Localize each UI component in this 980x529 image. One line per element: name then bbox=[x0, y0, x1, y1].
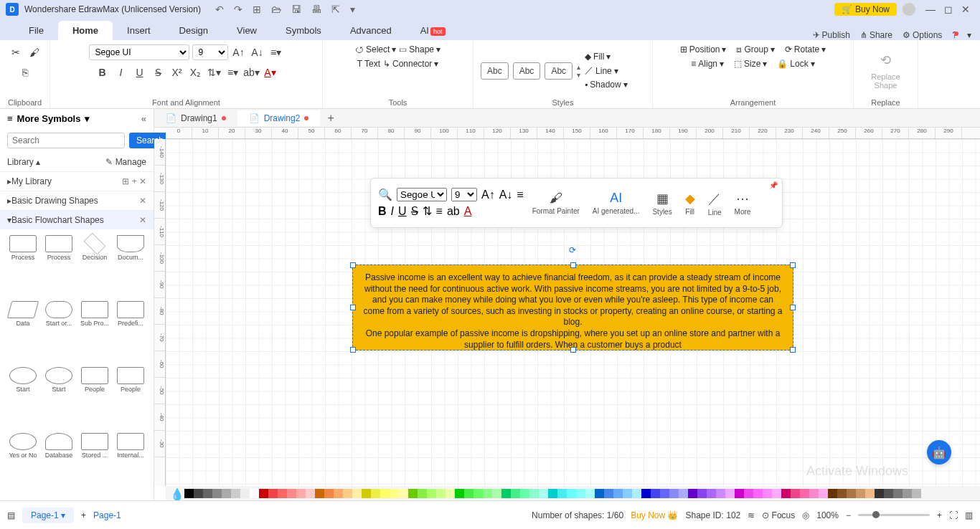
color-swatch[interactable] bbox=[324, 489, 334, 498]
position-button[interactable]: ⊞ Position▾ bbox=[680, 44, 727, 54]
italic-icon[interactable]: I bbox=[113, 65, 129, 80]
layers-icon[interactable]: ≋ bbox=[748, 510, 755, 520]
select-tool[interactable]: ⭯ Select ▾ bbox=[355, 44, 396, 54]
color-swatch[interactable] bbox=[194, 489, 203, 498]
replace-shape-icon[interactable]: ⟲ bbox=[880, 52, 891, 68]
line-button[interactable]: ／ Line ▾ bbox=[585, 65, 628, 77]
color-swatch[interactable] bbox=[231, 489, 240, 498]
float-styles[interactable]: ▦Styles bbox=[648, 191, 676, 216]
float-underline-icon[interactable]: U bbox=[398, 205, 407, 218]
library-dropdown[interactable]: Library ▴ bbox=[7, 157, 40, 167]
float-ai-generated[interactable]: AIAI generated... bbox=[588, 191, 644, 215]
publish-button[interactable]: ✈ Publish bbox=[813, 30, 850, 40]
color-swatch[interactable] bbox=[837, 489, 847, 498]
current-page-tab[interactable]: Page-1 bbox=[93, 510, 121, 520]
tab-insert[interactable]: Insert bbox=[113, 21, 165, 40]
color-swatch[interactable] bbox=[473, 489, 483, 498]
lib-add-icon[interactable]: ⊞ bbox=[122, 176, 129, 186]
fill-button[interactable]: ◆ Fill ▾ bbox=[585, 52, 628, 62]
color-swatch[interactable] bbox=[334, 489, 343, 498]
color-swatch[interactable] bbox=[427, 489, 436, 498]
more-symbols-button[interactable]: ≡ More Symbols▾ « bbox=[0, 109, 154, 128]
size-button[interactable]: ⬚ Size▾ bbox=[734, 59, 767, 69]
my-library-row[interactable]: ▸ My Library ⊞ + ✕ bbox=[0, 171, 154, 191]
style-gallery-more[interactable]: ▴▾ bbox=[577, 63, 580, 79]
shape-stencil[interactable]: Sub Pro... bbox=[77, 301, 112, 363]
color-swatch[interactable] bbox=[203, 489, 212, 498]
color-swatch[interactable] bbox=[781, 489, 791, 498]
color-swatch[interactable] bbox=[651, 489, 660, 498]
color-swatch[interactable] bbox=[819, 489, 828, 498]
color-swatch[interactable] bbox=[809, 489, 819, 498]
close-button[interactable]: ✕ bbox=[961, 4, 970, 15]
basic-flowchart-row[interactable]: ▾ Basic Flowchart Shapes✕ bbox=[0, 210, 154, 229]
color-swatch[interactable] bbox=[287, 489, 296, 498]
resize-handle-bl[interactable] bbox=[350, 347, 356, 353]
tab-advanced[interactable]: Advanced bbox=[336, 21, 406, 40]
color-swatch[interactable] bbox=[511, 489, 520, 498]
zoom-out-button[interactable]: − bbox=[846, 510, 851, 520]
shape-text[interactable]: Passive income is an excellent way to ac… bbox=[363, 272, 784, 350]
color-swatch[interactable] bbox=[436, 489, 446, 498]
doc-tab-drawing2[interactable]: 📄 Drawing2 bbox=[237, 110, 321, 126]
float-more[interactable]: ⋯More bbox=[730, 191, 755, 216]
float-font-select[interactable]: Segoe UI bbox=[397, 188, 447, 201]
color-swatch[interactable] bbox=[464, 489, 473, 498]
line-spacing-icon[interactable]: ⇅▾ bbox=[207, 65, 222, 80]
font-color-icon[interactable]: A▾ bbox=[263, 65, 278, 80]
zoom-level[interactable]: 100% bbox=[816, 510, 839, 520]
decrease-font-icon[interactable]: A↓ bbox=[250, 44, 265, 60]
color-swatch[interactable] bbox=[306, 489, 315, 498]
cut-icon[interactable]: ✂ bbox=[8, 44, 24, 60]
float-increase-font-icon[interactable]: A↑ bbox=[481, 189, 495, 201]
add-page-button[interactable]: + bbox=[81, 510, 86, 520]
float-size-select[interactable]: 9 bbox=[451, 188, 477, 201]
pages-icon[interactable]: ▤ bbox=[7, 510, 15, 520]
eyedropper-icon[interactable]: 💧 bbox=[170, 487, 182, 499]
text-tool[interactable]: T Text bbox=[357, 59, 380, 69]
new-icon[interactable]: ⊞ bbox=[253, 4, 261, 15]
color-swatch[interactable] bbox=[567, 489, 576, 498]
color-swatch[interactable] bbox=[660, 489, 669, 498]
shape-stencil[interactable]: Start bbox=[6, 367, 40, 429]
shape-tool[interactable]: ▭ Shape ▾ bbox=[399, 44, 440, 54]
color-swatch[interactable] bbox=[716, 489, 725, 498]
resize-handle-bc[interactable] bbox=[570, 347, 576, 353]
color-swatch[interactable] bbox=[725, 489, 735, 498]
maximize-button[interactable]: ◻ bbox=[944, 4, 953, 15]
color-swatch[interactable] bbox=[613, 489, 623, 498]
chatbot-button[interactable]: 🤖 bbox=[927, 440, 951, 464]
copy-icon[interactable]: ⎘ bbox=[17, 65, 33, 80]
color-swatch[interactable] bbox=[623, 489, 632, 498]
group-button[interactable]: ⧈ Group▾ bbox=[736, 44, 774, 54]
shape-stencil[interactable]: Process bbox=[6, 235, 40, 297]
shape-stencil[interactable]: Stored ... bbox=[77, 433, 112, 495]
color-swatch[interactable] bbox=[595, 489, 604, 498]
resize-handle-br[interactable] bbox=[790, 347, 796, 353]
resize-handle-mr[interactable] bbox=[790, 305, 796, 310]
subscript-icon[interactable]: X₂ bbox=[188, 65, 204, 80]
fit-icon[interactable]: ◎ bbox=[802, 510, 809, 520]
tab-design[interactable]: Design bbox=[165, 21, 222, 40]
float-align-icon[interactable]: ≡ bbox=[517, 189, 523, 201]
collapse-panel-icon[interactable]: « bbox=[141, 113, 146, 124]
color-swatch[interactable] bbox=[893, 489, 903, 498]
status-buy-now[interactable]: Buy Now 👑 bbox=[631, 510, 678, 520]
color-swatch[interactable] bbox=[222, 489, 231, 498]
rotate-handle-icon[interactable]: ⟳ bbox=[569, 245, 576, 257]
bold-icon[interactable]: B bbox=[95, 65, 110, 80]
shape-stencil[interactable]: Docum... bbox=[113, 235, 148, 297]
fullscreen-icon[interactable]: ⛶ bbox=[949, 510, 958, 520]
pin-icon[interactable]: 📌 bbox=[769, 181, 778, 189]
float-decrease-font-icon[interactable]: A↓ bbox=[499, 189, 513, 201]
shape-stencil[interactable]: Start or... bbox=[42, 301, 76, 363]
color-swatch[interactable] bbox=[557, 489, 567, 498]
color-swatch[interactable] bbox=[380, 489, 390, 498]
redo-icon[interactable]: ↷ bbox=[234, 4, 242, 15]
color-swatch[interactable] bbox=[390, 489, 399, 498]
color-swatch[interactable] bbox=[548, 489, 557, 498]
color-swatch[interactable] bbox=[903, 489, 912, 498]
float-line[interactable]: ／Line bbox=[704, 190, 726, 216]
color-swatch[interactable] bbox=[399, 489, 408, 498]
color-swatch[interactable] bbox=[539, 489, 548, 498]
